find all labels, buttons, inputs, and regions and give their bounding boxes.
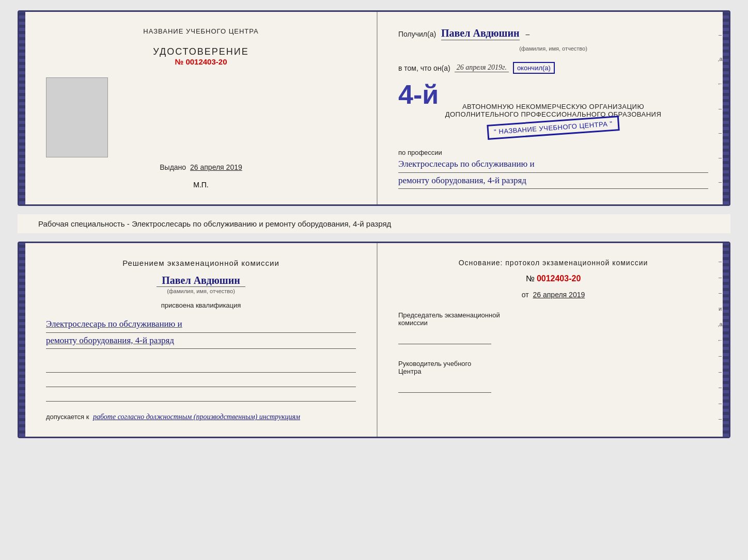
profession-line1: Электрослесарь по обслуживанию и (398, 156, 708, 173)
middle-text: Рабочая специальность - Электрослесарь п… (38, 219, 391, 228)
photo-placeholder (46, 77, 108, 157)
vidan-date: 26 апреля 2019 (190, 163, 242, 171)
qual-line1: Электрослесарь по обслуживанию и (46, 316, 356, 333)
bottom-number-prefix: № (526, 274, 535, 283)
number-prefix: № (175, 57, 184, 66)
right-page-bottom: Основание: протокол экзаменационной коми… (378, 243, 729, 437)
sig-line-2 (46, 375, 356, 387)
protocol-number-block: № 0012403-20 (398, 274, 708, 283)
po-professii-label: по профессии (398, 149, 708, 156)
udostoverenie-label: УДОСТОВЕРЕНИЕ (153, 46, 248, 57)
dopuskaetsya-block: допускается к работе согласно должностны… (46, 413, 356, 421)
prisvoena-label: присвоена квалификация (46, 301, 356, 309)
commission-title: Решением экзаменационной комиссии (46, 259, 356, 267)
vtom-block: в том, что он(а) 26 апреля 2019г. окончи… (398, 62, 708, 74)
rank-text: 4-й (398, 79, 439, 109)
fio-label-bottom: (фамилия, имя, отчество) (46, 288, 356, 294)
name-block-bottom: Павел Авдюшин (фамилия, имя, отчество) (46, 275, 356, 294)
cert-number-line: № 0012403-20 (153, 57, 248, 66)
from-date: 26 апреля 2019 (533, 291, 585, 299)
okonchil-label: окончил(а) (513, 62, 555, 74)
sig-line-1 (46, 360, 356, 373)
chairman-sig-line (398, 330, 491, 344)
poluchil-name: Павел Авдюшин (441, 27, 520, 40)
receiver-block: Получил(a) Павел Авдюшин – (398, 27, 708, 39)
dopuskaetsya-prefix: допускается к (46, 413, 89, 421)
vidan-line: Выдано 26 апреля 2019 (46, 163, 356, 171)
org-line2: ДОПОЛНИТЕЛЬНОГО ПРОФЕССИОНАЛЬНОГО ОБРАЗО… (398, 110, 708, 118)
qual-line2: ремонту оборудования, 4-й разряд (46, 333, 356, 349)
head-line1: Руководитель учебного (398, 360, 708, 367)
fio-label-top: (фамилия, имя, отчество) (398, 45, 708, 52)
left-page-top: НАЗВАНИЕ УЧЕБНОГО ЦЕНТРА УДОСТОВЕРЕНИЕ №… (25, 12, 378, 204)
left-content (46, 77, 356, 157)
profession-line2: ремонту оборудования, 4-й разряд (398, 173, 708, 189)
vtom-date: 26 апреля 2019г. (455, 63, 509, 72)
head-line2: Центра (398, 367, 708, 375)
chairman-block: Председатель экзаменационной комиссии (398, 311, 708, 344)
chairman-line2: комиссии (398, 319, 708, 327)
mp-label: М.П. (193, 181, 209, 189)
org-name: " НАЗВАНИЕ УЧЕБНОГО ЦЕНТРА " (487, 116, 619, 140)
right-spine-bottom (723, 243, 729, 437)
sig-lines (46, 360, 356, 402)
middle-strip: Рабочая специальность - Электрослесарь п… (18, 214, 730, 233)
bottom-booklet: Решением экзаменационной комиссии Павел … (18, 242, 730, 438)
left-page-bottom: Решением экзаменационной комиссии Павел … (25, 243, 378, 437)
from-prefix: от (522, 291, 529, 299)
left-spine-top (19, 12, 25, 204)
right-page-top: Получил(a) Павел Авдюшин – (фамилия, имя… (378, 12, 729, 204)
head-sig-line (398, 378, 491, 393)
osnov-text: Основание: протокол экзаменационной коми… (398, 259, 708, 267)
org-block: АВТОНОМНУЮ НЕКОММЕРЧЕСКУЮ ОРГАНИЗАЦИЮ ДО… (398, 103, 708, 137)
vtom-prefix: в том, что он(а) (398, 64, 450, 72)
vidan-prefix: Выдано (160, 163, 186, 171)
hw-name-bottom: Павел Авдюшин (157, 275, 245, 287)
bottom-protocol-number: 0012403-20 (537, 274, 581, 283)
center-title-top: НАЗВАНИЕ УЧЕБНОГО ЦЕНТРА (143, 27, 258, 35)
qual-block: Электрослесарь по обслуживанию и ремонту… (46, 316, 356, 349)
left-spine-bottom (19, 243, 25, 437)
org-line1: АВТОНОМНУЮ НЕКОММЕРЧЕСКУЮ ОРГАНИЗАЦИЮ (398, 103, 708, 110)
dopuskaetsya-text: работе согласно должностным (производств… (93, 413, 300, 421)
dash-after-name: – (525, 30, 529, 38)
head-block: Руководитель учебного Центра (398, 360, 708, 393)
left-bottom: Выдано 26 апреля 2019 (46, 163, 356, 171)
profession-block: по профессии Электрослесарь по обслужива… (398, 149, 708, 189)
poluchil-prefix: Получил(a) (398, 30, 436, 38)
rank-org-block: 4-й АВТОНОМНУЮ НЕКОММЕРЧЕСКУЮ ОРГАНИЗАЦИ… (398, 81, 708, 137)
right-spine-top (723, 12, 729, 204)
chairman-line1: Председатель экзаменационной (398, 311, 708, 319)
from-date-block: от 26 апреля 2019 (398, 291, 708, 299)
top-booklet: НАЗВАНИЕ УЧЕБНОГО ЦЕНТРА УДОСТОВЕРЕНИЕ №… (18, 10, 730, 206)
cert-number: 0012403-20 (185, 57, 227, 66)
cert-title-block: УДОСТОВЕРЕНИЕ № 0012403-20 (153, 46, 248, 66)
sig-line-3 (46, 389, 356, 402)
